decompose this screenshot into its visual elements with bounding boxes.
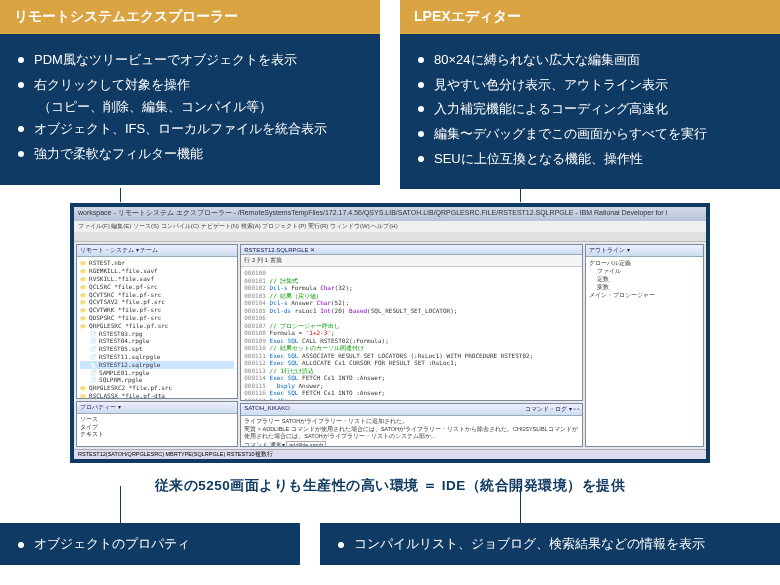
command-log-pane[interactable]: SATOH_KIKAKO コマンド・ログ ▾ ▫ ▫ ライブラリー SATOHが… [240, 403, 583, 447]
bottom-panels-row: オブジェクトのプロパティ コンパイルリスト、ジョブログ、検索結果などの情報を表示 [0, 523, 780, 565]
pane-tab[interactable]: プロパティー ▾ [77, 402, 237, 414]
editor-code[interactable]: 000100 000101 // 計算式 000102 Dcl-s Formul… [241, 267, 582, 401]
ide-menubar[interactable]: ファイル(F) 編集(E) ソース(S) コンパイル(C) ナビゲート(N) 検… [74, 221, 706, 232]
editor-header: 行 2 列 1 置換 [241, 255, 582, 267]
tree-item[interactable]: QCVTSAV2 *file.pf.src [80, 298, 234, 306]
tree-item[interactable]: QCVTWRK *file.pf-src [80, 306, 234, 314]
feature-item: 編集〜デバッグまでこの画面からすべてを実行 [418, 122, 762, 147]
tree-item[interactable]: QRPGLESRC *file.pf.src [80, 322, 234, 330]
pane-tab[interactable]: アウトライン ▾ [586, 245, 703, 257]
ide-screenshot: workspace - リモートシステム エクスプローラー - /RemoteS… [0, 203, 780, 463]
tree-item[interactable]: QCVTSRC *file.pf-src [80, 291, 234, 299]
tree-item[interactable]: SAMPLE01.rpgle [80, 369, 234, 377]
properties-pane[interactable]: プロパティー ▾ ソース タイプ テキスト [76, 401, 238, 447]
tree-item[interactable]: RSTEST04.rpgle [80, 337, 234, 345]
command-input[interactable]: addlible satoh [286, 441, 326, 448]
tree-item[interactable]: QDSPSRC *file.pf-src [80, 314, 234, 322]
connectors-bot [0, 505, 780, 523]
tree-item[interactable]: RGEMKILL.*file.savf [80, 267, 234, 275]
ide-titlebar: workspace - リモートシステム エクスプローラー - /RemoteS… [74, 207, 706, 221]
outline-tree[interactable]: グローバル定義 ファイル 定数 変数 メイン・プロシージャー [586, 257, 703, 300]
rse-tree[interactable]: RSTEST.nbrRGEMKILL.*file.savfRVSKILL.*fi… [77, 257, 237, 399]
tree-item[interactable]: SQLPRM.rpgle [80, 376, 234, 384]
feature-item: 80×24に縛られない広大な編集画面 [418, 48, 762, 73]
tree-item[interactable]: RSTEST11.sqlrpgle [80, 353, 234, 361]
panel-title: LPEXエディター [400, 0, 780, 34]
tree-item[interactable]: QCLSRC *file.pf-src [80, 283, 234, 291]
props-body: ソース タイプ テキスト [77, 414, 237, 439]
panel-lpex-editor: LPEXエディター 80×24に縛られない広大な編集画面 見やすい色分け表示、ア… [400, 0, 780, 189]
panel-title: リモートシステムエクスプローラー [0, 0, 380, 34]
ide-toolbar[interactable] [74, 232, 706, 242]
panel-body: 80×24に縛られない広大な編集画面 見やすい色分け表示、アウトライン表示 入力… [400, 34, 780, 189]
log-body: ライブラリー SATOHがライブラリー・リストに追加された。 実質 > ADDL… [241, 416, 582, 447]
ide-main: リモート・システム ▾ チーム RSTEST.nbrRGEMKILL.*file… [74, 242, 706, 449]
tree-item[interactable]: RSTEST.nbr [80, 259, 234, 267]
tree-item[interactable]: RSTEST03.rpg [80, 330, 234, 338]
connectors-top [0, 189, 780, 203]
panel-object-properties: オブジェクトのプロパティ [0, 523, 300, 565]
feature-item: 入力補完機能によるコーディング高速化 [418, 97, 762, 122]
feature-item: PDM風なツリービューでオブジェクトを表示 [18, 48, 362, 73]
caption: 従来の5250画面よりも生産性の高い環境 ＝ IDE（統合開発環境）を提供 [0, 463, 780, 505]
log-tabs[interactable]: SATOH_KIKAKO コマンド・ログ ▾ ▫ ▫ [241, 404, 582, 416]
outline-pane[interactable]: アウトライン ▾ グローバル定義 ファイル 定数 変数 メイン・プロシージャー [585, 244, 704, 447]
editor-pane[interactable]: RSTEST12.SQLRPGLE ✕ 行 2 列 1 置換 000100 00… [240, 244, 583, 401]
tree-item[interactable]: RSTEST05.spt [80, 345, 234, 353]
pane-tab[interactable]: リモート・システム ▾ チーム [77, 245, 237, 257]
panel-remote-system-explorer: リモートシステムエクスプローラー PDM風なツリービューでオブジェクトを表示 右… [0, 0, 380, 189]
bottom-item: オブジェクトのプロパティ [18, 536, 190, 551]
feature-item: 右クリックして対象を操作（コピー、削除、編集、コンパイル等） [18, 73, 362, 118]
feature-item: 見やすい色分け表示、アウトライン表示 [418, 73, 762, 98]
top-panels-row: リモートシステムエクスプローラー PDM風なツリービューでオブジェクトを表示 右… [0, 0, 780, 189]
ide-window: workspace - リモートシステム エクスプローラー - /RemoteS… [70, 203, 710, 463]
feature-item: 強力で柔軟なフィルター機能 [18, 142, 362, 167]
tree-item[interactable]: RSCLASSX *file.pf-dta [80, 392, 234, 399]
log-tab-right[interactable]: コマンド・ログ ▾ ▫ ▫ [525, 405, 579, 414]
tree-item[interactable]: RSTEST12.sqlrpgle [80, 361, 234, 369]
tree-item[interactable]: QRPGLESRC2 *file.pf.src [80, 384, 234, 392]
ide-statusbar: RSTEST12(SATOH/QRPGLESRC) MBRTYPE(SQLRPG… [74, 449, 706, 459]
feature-item: SEUに上位互換となる機能、操作性 [418, 147, 762, 172]
remote-systems-pane[interactable]: リモート・システム ▾ チーム RSTEST.nbrRGEMKILL.*file… [76, 244, 238, 399]
log-tab-left[interactable]: SATOH_KIKAKO [244, 405, 290, 414]
tree-item[interactable]: RVSKILL.*file.savf [80, 275, 234, 283]
panel-compile-log: コンパイルリスト、ジョブログ、検索結果などの情報を表示 [320, 523, 780, 565]
bottom-item: コンパイルリスト、ジョブログ、検索結果などの情報を表示 [338, 536, 705, 551]
feature-item: オブジェクト、IFS、ローカルファイルを統合表示 [18, 117, 362, 142]
editor-tab[interactable]: RSTEST12.SQLRPGLE ✕ [241, 245, 582, 255]
panel-body: PDM風なツリービューでオブジェクトを表示 右クリックして対象を操作（コピー、削… [0, 34, 380, 185]
